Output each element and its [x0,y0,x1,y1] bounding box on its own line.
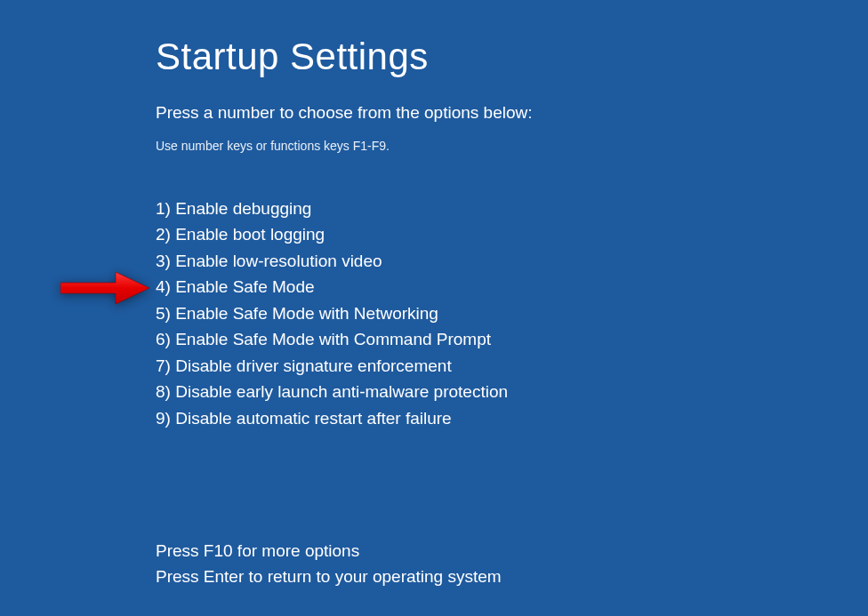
boot-option-1[interactable]: 1) Enable debugging [156,196,868,221]
option-number: 3 [156,252,165,270]
option-number: 7 [156,356,165,375]
option-number: 1 [156,199,165,218]
boot-option-6[interactable]: 6) Enable Safe Mode with Command Prompt [156,326,868,352]
highlight-arrow-icon [60,270,149,306]
instruction-secondary: Use number keys or functions keys F1-F9. [156,139,868,153]
option-label: Enable boot logging [175,225,325,244]
option-number: 2 [156,225,165,244]
boot-option-7[interactable]: 7) Disable driver signature enforcement [156,353,868,379]
boot-option-8[interactable]: 8) Disable early launch anti-malware pro… [156,379,868,404]
boot-options-list: 1) Enable debugging 2) Enable boot loggi… [156,196,868,431]
footer-return: Press Enter to return to your operating … [156,564,868,589]
boot-option-4[interactable]: 4) Enable Safe Mode [156,274,868,300]
footer-more-options: Press F10 for more options [156,538,868,564]
svg-marker-0 [60,272,149,304]
option-number: 6 [156,330,165,348]
option-label: Enable Safe Mode with Command Prompt [175,330,491,348]
boot-option-3[interactable]: 3) Enable low-resolution video [156,248,868,274]
boot-option-5[interactable]: 5) Enable Safe Mode with Networking [156,300,868,326]
option-label: Disable early launch anti-malware protec… [175,382,508,401]
page-title: Startup Settings [156,36,868,78]
footer-instructions: Press F10 for more options Press Enter t… [156,538,868,590]
instruction-primary: Press a number to choose from the option… [156,103,868,123]
option-number: 5 [156,304,165,323]
option-label: Enable debugging [175,199,311,218]
option-label: Disable automatic restart after failure [175,409,451,428]
option-number: 8 [156,382,165,401]
option-number: 4 [156,277,165,296]
boot-option-2[interactable]: 2) Enable boot logging [156,221,868,247]
option-label: Disable driver signature enforcement [175,356,452,375]
option-label: Enable Safe Mode [175,277,314,296]
option-label: Enable low-resolution video [175,252,382,270]
option-label: Enable Safe Mode with Networking [175,304,438,323]
boot-option-9[interactable]: 9) Disable automatic restart after failu… [156,405,868,431]
option-number: 9 [156,409,165,428]
